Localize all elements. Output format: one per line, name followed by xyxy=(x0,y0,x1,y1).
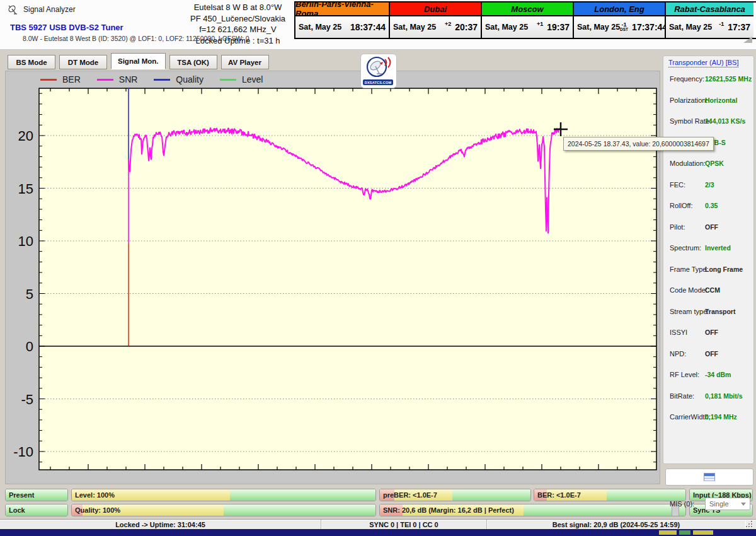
clock-rabat-casablanca: Rabat-CasablancaSat, May 25-117:37 xyxy=(666,3,753,38)
grip-dot xyxy=(751,523,752,525)
offset-dst-label: DST xyxy=(620,27,628,32)
clock-date: Sat, May 25 xyxy=(485,23,528,32)
transponder-field-value: OFF xyxy=(705,329,718,336)
transponder-field-label: Frequency: xyxy=(670,75,704,83)
y-axis-label: 0 xyxy=(26,339,33,354)
transponder-panel: Transponder (AU) [BS] Frequency:12621,52… xyxy=(663,55,754,464)
transponder-field-value: 2/3 xyxy=(705,181,714,189)
clock-utc-offset: +2 xyxy=(445,21,451,27)
site-name: PF 450_Lučenec/Slovakia xyxy=(183,13,293,25)
y-axis-label: 15 xyxy=(18,181,33,197)
bar-label: Present xyxy=(9,489,34,501)
transponder-field-value: 0,194 MHz xyxy=(705,413,737,421)
clock-city-label: Dubai xyxy=(390,3,481,16)
clock-time: 20:37 xyxy=(455,22,478,32)
tuner-title: TBS 5927 USB DVB-S2 Tuner xyxy=(10,23,123,32)
transponder-field-value: Long Frame xyxy=(705,265,743,273)
transponder-field-value: Transport xyxy=(705,308,735,315)
bar-segment-green xyxy=(607,489,685,501)
frequency-line: f=12 621,662 MHz_V xyxy=(183,24,293,35)
transponder-field-value: 12621,525 MHz xyxy=(705,75,752,83)
dxsatcs-logo: DXSATCS.COM xyxy=(360,54,397,88)
transponder-field-value: Inverted xyxy=(705,244,731,252)
transponder-field-value: OFF xyxy=(705,350,718,358)
chevron-down-icon xyxy=(741,503,746,506)
chart-tooltip: 2024-05-25 18.37.43, value: 20,600000381… xyxy=(563,137,714,151)
clock-date: Sat, May 25 xyxy=(577,23,620,32)
clock-time-row: Sat, May 25-117:37 xyxy=(666,16,753,38)
bar-segment-green xyxy=(224,504,375,516)
taskbar-speck xyxy=(679,530,690,535)
taskbar-speck xyxy=(659,530,677,535)
transponder-list-button[interactable] xyxy=(665,469,753,486)
transponder-field-label: Polarization: xyxy=(670,96,708,104)
clock-city-label: London, Eng xyxy=(574,3,665,16)
window-resize-grip[interactable] xyxy=(745,521,753,528)
offset-value: -1 xyxy=(622,23,627,27)
grip-dot xyxy=(751,521,752,522)
bar-label: Lock xyxy=(9,504,25,516)
clock-time: 19:37 xyxy=(547,22,570,32)
clock-date: Sat, May 25 xyxy=(299,23,341,32)
clock-city-label: Berlin-Paris-Vienna-Roma xyxy=(295,3,389,16)
reception-info: Eutelsat 8 W B at 8.0°W PF 450_Lučenec/S… xyxy=(183,2,293,46)
tab-bs-mode[interactable]: BS Mode xyxy=(8,55,55,69)
clock-time-row: Sat, May 25-1DST17:37:44 xyxy=(574,16,665,38)
bar-segment-green xyxy=(230,489,375,501)
signal-chart[interactable]: 20151050-5-10 xyxy=(5,71,660,484)
transponder-field-label: Stream type: xyxy=(670,308,709,315)
transponder-field-label: NPD: xyxy=(670,350,686,358)
taskbar-edge xyxy=(0,529,756,536)
clock-time: 17:37:44 xyxy=(632,22,667,32)
transponder-panel-title: Transponder (AU) [BS] xyxy=(668,59,738,67)
logo-text: DXSATCS.COM xyxy=(365,81,391,84)
transponder-field-label: Frame Type: xyxy=(670,265,709,273)
status-bar: Locked -> Uptime: 31:04:45 SYNC 0 | TEI … xyxy=(0,519,756,530)
transponder-field-label: BitRate: xyxy=(670,392,694,400)
titlebar: Signal Analyzer xyxy=(8,4,76,15)
clock-widget-grip[interactable] xyxy=(743,37,752,43)
transponder-field-value: CCM xyxy=(705,286,720,294)
y-axis-label: -5 xyxy=(21,392,33,407)
tab-signal-mon-[interactable]: Signal Mon. xyxy=(111,53,166,69)
transponder-field-value: OFF xyxy=(705,223,718,231)
clock-date: Sat, May 25 xyxy=(669,23,712,32)
tab-dt-mode[interactable]: DT Mode xyxy=(59,55,107,69)
grip-dot xyxy=(746,526,747,527)
mis-label: MIS (0): xyxy=(670,500,694,508)
y-axis-label: 20 xyxy=(18,128,33,144)
clock-dubai: DubaiSat, May 25+220:37 xyxy=(390,3,482,38)
transponder-field-value: QPSK xyxy=(705,160,724,167)
bar-segment-green xyxy=(452,489,530,501)
transponder-field-label: FEC: xyxy=(670,181,685,189)
clock-city-label: Moscow xyxy=(482,3,573,16)
window-title: Signal Analyzer xyxy=(23,5,76,14)
clock-utc-offset: -1DST xyxy=(620,23,628,32)
clock-time-row: Sat, May 25+119:37 xyxy=(482,16,573,38)
clock-london-eng: London, EngSat, May 25-1DST17:37:44 xyxy=(574,3,666,38)
transponder-field-value: 144,013 KS/s xyxy=(705,117,745,125)
transponder-field-label: Pilot: xyxy=(670,223,685,231)
grip-dot xyxy=(748,526,750,527)
tab-bar: BS ModeDT ModeSignal Mon.TSA (OK)AV Play… xyxy=(8,53,269,69)
clock-date: Sat, May 25 xyxy=(393,23,436,32)
transponder-field-label: Code Mode: xyxy=(670,286,707,294)
world-clocks: Berlin-Paris-Vienna-RomaSat, May 2518:37… xyxy=(294,1,756,39)
clock-moscow: MoscowSat, May 25+119:37 xyxy=(482,3,574,38)
transponder-field-value: 0.35 xyxy=(705,202,718,209)
mis-selected-value: Single xyxy=(709,500,729,508)
satellite-dish-logo-icon xyxy=(361,54,395,79)
bar-label: SNR: 20,6 dB (Margin: 16,2 dB | Perfect) xyxy=(383,504,514,516)
bar-segment-green xyxy=(524,504,685,516)
logo-banner: DXSATCS.COM xyxy=(363,79,393,85)
tab-av-player[interactable]: AV Player xyxy=(221,55,269,69)
status-bar-snr: SNR: 20,6 dB (Margin: 16,2 dB | Perfect) xyxy=(379,504,686,516)
tab-tsa-ok-[interactable]: TSA (OK) xyxy=(169,55,217,69)
mis-dropdown[interactable]: Single xyxy=(705,498,750,510)
list-icon xyxy=(704,473,715,481)
y-axis-label: 10 xyxy=(18,233,33,249)
transponder-field-label: RollOff: xyxy=(670,202,692,209)
status-bar-present: Present xyxy=(5,489,68,501)
clock-time-row: Sat, May 25+220:37 xyxy=(390,16,481,38)
status-bar-level: Level: 100% xyxy=(71,489,376,501)
